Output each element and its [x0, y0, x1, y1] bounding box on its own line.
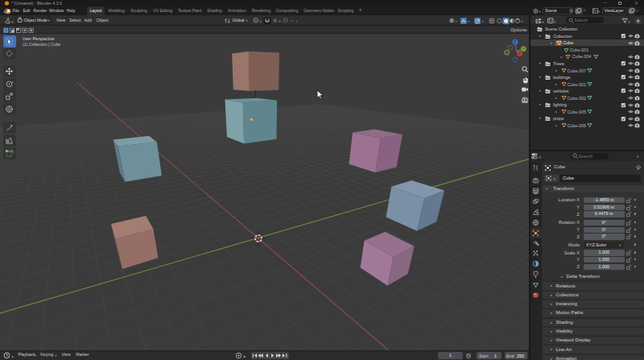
- svg-text:▾: ▾: [455, 19, 457, 23]
- svg-text:▾: ▾: [482, 19, 485, 23]
- svg-text:▾: ▾: [295, 19, 298, 23]
- svg-text:▾: ▾: [629, 20, 631, 24]
- svg-text:▾: ▾: [554, 176, 556, 181]
- svg-text:▾: ▾: [539, 155, 542, 159]
- svg-text:Z: Z: [514, 40, 516, 44]
- svg-text:▾: ▾: [521, 19, 523, 23]
- svg-text:▾: ▾: [259, 19, 262, 23]
- svg-text:▾: ▾: [468, 19, 470, 23]
- svg-text:▾: ▾: [554, 20, 556, 24]
- svg-text:▾: ▾: [279, 19, 281, 23]
- svg-text:▾: ▾: [542, 20, 544, 24]
- svg-text:▾: ▾: [11, 20, 14, 24]
